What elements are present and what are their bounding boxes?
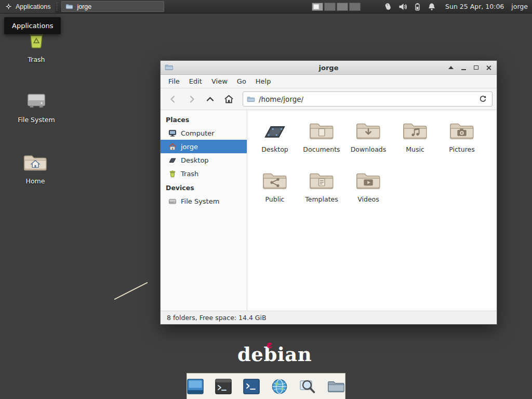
applications-menu-label: Applications bbox=[16, 3, 50, 10]
titlebar[interactable]: jorge bbox=[161, 61, 497, 75]
sidebar-item-desktop[interactable]: Desktop bbox=[161, 153, 247, 167]
menu-edit[interactable]: Edit bbox=[184, 75, 207, 87]
file-item-label: Videos bbox=[357, 195, 379, 203]
folder-videos-icon bbox=[355, 169, 382, 192]
up-button[interactable] bbox=[202, 91, 218, 107]
desktop-icon-home[interactable]: Home bbox=[10, 152, 60, 185]
web-browser-globe-icon bbox=[271, 378, 288, 395]
file-manager-launcher[interactable] bbox=[327, 376, 345, 397]
trash-icon bbox=[168, 170, 177, 178]
location-folder-icon bbox=[247, 96, 255, 103]
power-tray-icon[interactable] bbox=[414, 3, 421, 11]
sidebar-item-filesystem[interactable]: File System bbox=[161, 194, 247, 208]
desktop: Applications jorge bbox=[0, 0, 532, 399]
statusbar: 8 folders, Free space: 14.4 GiB bbox=[161, 311, 497, 324]
sidebar-item-trash[interactable]: Trash bbox=[161, 167, 247, 180]
sidebar-item-label: jorge bbox=[181, 143, 198, 151]
home-folder-icon bbox=[22, 152, 48, 174]
window-controls bbox=[445, 61, 495, 74]
close-button[interactable] bbox=[482, 62, 495, 73]
desktop-icon-label: Trash bbox=[28, 56, 45, 63]
reload-icon bbox=[479, 95, 487, 103]
desktop-icon-label: File System bbox=[18, 116, 55, 124]
file-item-videos[interactable]: Videos bbox=[345, 167, 392, 217]
up-icon bbox=[206, 95, 215, 103]
mouse-tray-icon[interactable] bbox=[383, 2, 392, 11]
file-item-label: Desktop bbox=[261, 145, 288, 153]
workspace-3[interactable] bbox=[337, 3, 348, 11]
home-icon bbox=[168, 143, 177, 151]
file-item-documents[interactable]: Documents bbox=[298, 117, 345, 167]
debian-wordmark: debian bbox=[237, 343, 312, 366]
maximize-button[interactable] bbox=[470, 62, 482, 73]
file-item-templates[interactable]: Templates bbox=[298, 167, 345, 217]
forward-button[interactable] bbox=[183, 91, 200, 107]
home-button[interactable] bbox=[221, 91, 237, 107]
terminal-icon bbox=[215, 378, 232, 395]
file-manager-folder-icon bbox=[327, 379, 345, 394]
workspace-2[interactable] bbox=[324, 3, 336, 11]
sidebar-item-label: File System bbox=[181, 197, 219, 205]
debian-swirl-icon bbox=[266, 342, 273, 349]
menu-help[interactable]: Help bbox=[251, 75, 276, 87]
sidebar-item-label: Desktop bbox=[181, 156, 209, 164]
folder-templates-icon bbox=[308, 169, 335, 192]
folder-download-icon bbox=[355, 119, 382, 142]
menu-go[interactable]: Go bbox=[232, 75, 251, 87]
reload-button[interactable] bbox=[477, 94, 488, 105]
workspace-1[interactable] bbox=[312, 3, 323, 11]
menu-file[interactable]: File bbox=[164, 75, 184, 87]
home-icon bbox=[224, 95, 234, 104]
desktop-icon-label: Home bbox=[26, 177, 45, 185]
location-bar[interactable]: /home/jorge/ bbox=[243, 91, 493, 107]
applications-tooltip: Applications bbox=[4, 17, 61, 34]
minimize-button[interactable] bbox=[457, 62, 470, 73]
terminal-dark-launcher[interactable] bbox=[243, 376, 260, 397]
volume-tray-icon[interactable] bbox=[398, 3, 407, 11]
notifications-tray-icon[interactable] bbox=[428, 3, 436, 11]
file-item-label: Pictures bbox=[449, 145, 475, 153]
sidebar-item-label: Trash bbox=[181, 170, 198, 178]
file-item-desktop[interactable]: Desktop bbox=[251, 117, 298, 167]
top-panel: Applications jorge bbox=[0, 0, 532, 14]
bottom-dock bbox=[187, 373, 345, 399]
menu-view[interactable]: View bbox=[207, 75, 232, 87]
panel-separator bbox=[56, 2, 58, 11]
taskbar-window-label: jorge bbox=[77, 3, 91, 10]
sidebar-item-computer[interactable]: Computer bbox=[161, 126, 247, 140]
application-finder-icon bbox=[299, 378, 316, 395]
sidebar-item-label: Computer bbox=[181, 129, 215, 137]
folder-publicshare-icon bbox=[261, 169, 288, 192]
applications-menu-button[interactable]: Applications bbox=[0, 0, 55, 13]
taskbar-window-button[interactable]: jorge bbox=[61, 1, 164, 12]
file-item-public[interactable]: Public bbox=[251, 167, 298, 217]
sidebar: Places Computer bbox=[161, 110, 247, 311]
file-item-music[interactable]: Music bbox=[392, 117, 438, 167]
file-item-pictures[interactable]: Pictures bbox=[438, 117, 485, 167]
terminal-launcher[interactable] bbox=[215, 376, 232, 397]
file-item-downloads[interactable]: Downloads bbox=[345, 117, 392, 167]
file-manager-window: jorge File Edit View Go Help bbox=[160, 60, 497, 325]
terminal-dark-icon bbox=[243, 378, 260, 395]
clock[interactable]: Sun 25 Apr, 10:06 bbox=[445, 3, 504, 10]
folder-pictures-icon bbox=[448, 119, 475, 142]
workspace-4[interactable] bbox=[349, 3, 361, 11]
taskbar-window-icon bbox=[65, 3, 73, 10]
application-finder-launcher[interactable] bbox=[299, 376, 316, 397]
applications-menu-icon bbox=[5, 3, 12, 10]
desktop-icon-filesystem[interactable]: File System bbox=[11, 89, 61, 124]
web-browser-launcher[interactable] bbox=[271, 376, 288, 397]
drive-icon bbox=[24, 89, 48, 112]
file-item-label: Documents bbox=[303, 145, 340, 153]
shade-button[interactable] bbox=[445, 62, 457, 73]
location-path[interactable]: /home/jorge/ bbox=[259, 95, 473, 103]
sidebar-item-jorge[interactable]: jorge bbox=[161, 140, 247, 153]
desktop-surface-icon bbox=[261, 119, 288, 142]
back-button[interactable] bbox=[165, 91, 181, 107]
file-item-label: Templates bbox=[305, 195, 338, 203]
file-grid: Desktop Documents Downloads bbox=[247, 110, 497, 311]
forward-icon bbox=[188, 95, 196, 103]
user-menu[interactable]: jorge bbox=[511, 3, 528, 10]
show-desktop-launcher[interactable] bbox=[187, 376, 204, 397]
toolbar: /home/jorge/ bbox=[161, 88, 497, 110]
